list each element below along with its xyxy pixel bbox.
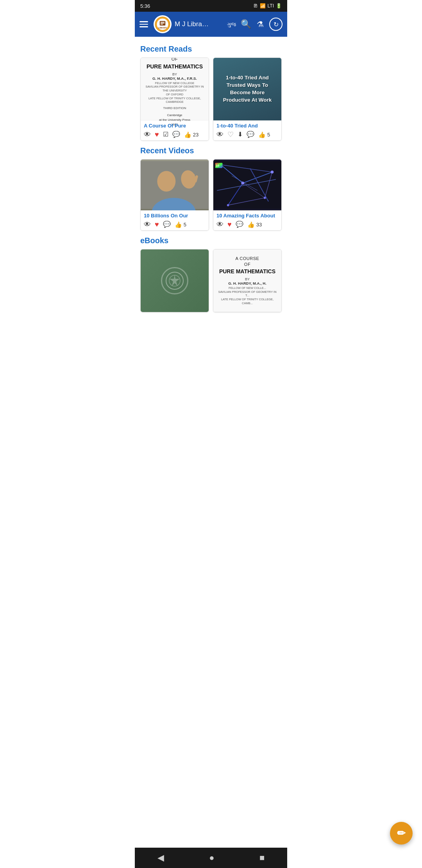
ebook-card-2[interactable]: A COURSE OF PURE MATHEMATICS BY G. H. HA… [213, 249, 282, 312]
svg-point-29 [264, 197, 266, 199]
app-header: LIBRARY M J Libra… ગુજ 🔍 ⚗ ↻ [135, 12, 287, 37]
comment-button-1[interactable]: 💬 [172, 131, 180, 138]
like-count-v1: 5 [184, 222, 186, 228]
book-1-title: A Course Of Pure [144, 123, 206, 129]
book-2-info: 1-to-40 Tried And 👁 ♡ ⬇ 💬 👍 5 [213, 120, 281, 140]
status-icons: 🖹 📶 LTI 🔋 [253, 3, 282, 9]
like-count-v2: 33 [256, 222, 262, 228]
book-2-actions: 👁 ♡ ⬇ 💬 👍 5 [216, 131, 278, 138]
book-cover-pure-math: A COURSE OF PURE MATHEMATICS BY G. H. HA… [141, 58, 209, 120]
comment-button-2[interactable]: 💬 [247, 131, 254, 138]
header-actions: 🔍 ⚗ ↻ [241, 18, 283, 31]
language-label[interactable]: ગુજ [227, 21, 236, 28]
thumbup-button-v1[interactable]: 👍 [175, 222, 182, 228]
filter-button[interactable]: ⚗ [257, 20, 264, 29]
book-1-actions: 👁 ♥ ☑ 💬 👍 23 [144, 131, 206, 138]
video-2-actions: 👁 ♥ 💬 👍 33 [216, 221, 278, 228]
svg-rect-3 [161, 22, 165, 23]
svg-point-30 [227, 204, 229, 206]
video-1-thumbnail [141, 160, 209, 210]
wifi-icon: 📶 [260, 3, 266, 9]
status-bar: 5:36 🖹 📶 LTI 🔋 [135, 0, 287, 12]
book-1-info: A Course Of Pure 👁 ♥ ☑ 💬 👍 23 [141, 120, 209, 140]
thumbup-button-2[interactable]: 👍 [258, 132, 266, 138]
svg-text:LIBRARY: LIBRARY [158, 27, 167, 29]
book-2-cover-text: 1-to-40 Tried And Trusted Ways To Become… [217, 74, 277, 104]
book-card-2[interactable]: 1-to-40 Tried And Trusted Ways To Become… [213, 57, 282, 141]
recent-videos-title: Recent Videos [140, 146, 282, 155]
video-card-1[interactable]: 10 Billions On Our 👁 ♥ 💬 👍 5 [140, 159, 209, 231]
video-2-title: 10 Amazing Facts About [216, 213, 278, 219]
video-card-2[interactable]: 10 10 Amazing Facts About 👁 ♥ 💬 👍 33 [213, 159, 282, 231]
like-button-v1[interactable]: ♥ [155, 221, 159, 228]
ebooks-title: eBooks [140, 236, 282, 245]
book-2-title: 1-to-40 Tried And [216, 123, 278, 129]
app-logo: LIBRARY [154, 15, 172, 33]
thumbup-button-v2[interactable]: 👍 [247, 222, 255, 228]
search-button[interactable]: 🔍 [241, 19, 251, 29]
video-2-thumbnail: 10 [213, 160, 281, 210]
like-button-1[interactable]: ♥ [155, 131, 159, 138]
svg-point-27 [241, 182, 244, 185]
video-1-title: 10 Billions On Our [144, 213, 206, 219]
ebook-emblem [161, 267, 188, 294]
like-button-v2[interactable]: ♥ [227, 221, 232, 228]
video-thumb-1 [141, 160, 209, 210]
book-cover-productive: 1-to-40 Tried And Trusted Ways To Become… [213, 58, 281, 120]
download-button-2[interactable]: ⬇ [238, 131, 243, 138]
svg-text:10: 10 [216, 164, 219, 167]
bookmark-button-1[interactable]: ☑ [163, 131, 168, 138]
video-thumb-2-bg: 10 [213, 160, 281, 210]
main-content: Recent Reads A COURSE OF PURE MATHEMATIC… [135, 37, 287, 322]
recent-reads-grid: A COURSE OF PURE MATHEMATICS BY G. H. HA… [140, 57, 282, 141]
ebook-cover-math: A COURSE OF PURE MATHEMATICS BY G. H. HA… [213, 249, 281, 312]
message-icon: 🖹 [253, 3, 258, 9]
status-time: 5:36 [140, 3, 150, 9]
like-button-2[interactable]: ♡ [227, 131, 234, 138]
comment-button-v1[interactable]: 💬 [163, 221, 171, 228]
svg-point-28 [271, 170, 274, 174]
svg-rect-4 [161, 23, 165, 24]
like-count-2: 5 [267, 132, 270, 138]
reload-icon: ↻ [274, 21, 279, 28]
view-icon-2[interactable]: 👁 [216, 131, 224, 138]
ebook-card-1[interactable] [140, 249, 209, 312]
ebook-cover-green [141, 249, 209, 312]
recent-videos-grid: 10 Billions On Our 👁 ♥ 💬 👍 5 [140, 159, 282, 231]
time-display: 5:36 [140, 3, 150, 9]
view-icon-v2[interactable]: 👁 [216, 221, 224, 228]
video-1-info: 10 Billions On Our 👁 ♥ 💬 👍 5 [141, 210, 209, 230]
app-title: M J Libra… [175, 20, 224, 28]
book-main-title: PURE MATHEMATICS [147, 63, 203, 70]
book-card-1[interactable]: A COURSE OF PURE MATHEMATICS BY G. H. HA… [140, 57, 209, 141]
thumbup-button-1[interactable]: 👍 [184, 132, 191, 138]
battery-icon: 🔋 [276, 3, 282, 9]
view-icon-1[interactable]: 👁 [144, 131, 151, 138]
like-count-1: 23 [193, 132, 198, 138]
recent-reads-title: Recent Reads [140, 45, 282, 54]
ebooks-grid: A COURSE OF PURE MATHEMATICS BY G. H. HA… [140, 249, 282, 312]
video-2-info: 10 Amazing Facts About 👁 ♥ 💬 👍 33 [213, 210, 281, 230]
svg-point-10 [157, 171, 175, 192]
view-icon-v1[interactable]: 👁 [144, 221, 151, 228]
video-1-actions: 👁 ♥ 💬 👍 5 [144, 221, 206, 228]
lti-label: LTI [268, 3, 274, 9]
reload-button[interactable]: ↻ [269, 18, 283, 31]
comment-button-v2[interactable]: 💬 [236, 221, 243, 228]
menu-button[interactable] [139, 21, 148, 27]
svg-rect-5 [161, 24, 163, 25]
